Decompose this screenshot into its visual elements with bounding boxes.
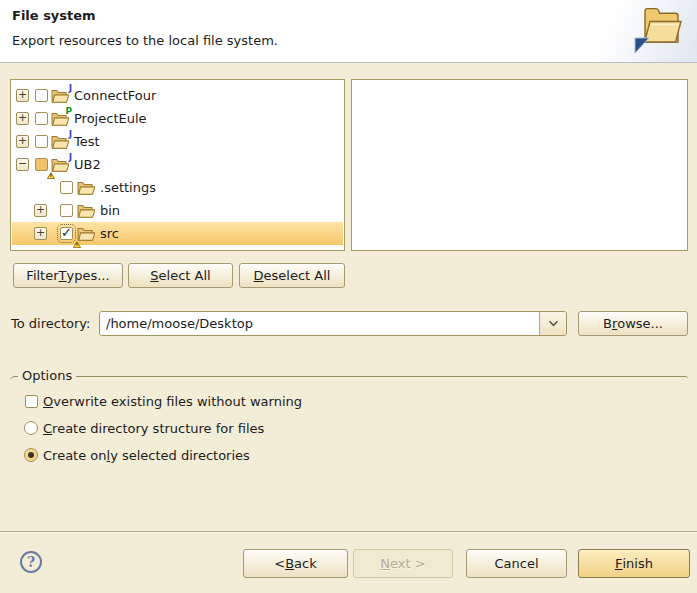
button-label: inish <box>623 556 653 571</box>
java-project-decorator: J <box>69 83 72 93</box>
button-label: T <box>59 268 67 283</box>
create-directory-structure-label[interactable]: Create directory structure for files <box>43 421 264 436</box>
page-title: File system <box>12 8 96 23</box>
expander-plus-icon[interactable]: + <box>16 89 29 102</box>
checkmark-icon: ✓ <box>61 225 72 240</box>
button-label: D <box>254 268 264 283</box>
tree-item-projecteule[interactable]: + P ProjectEule <box>12 107 343 130</box>
tree-item-label: ConnectFour <box>74 88 156 103</box>
dialog-header: File system Export resources to the loca… <box>0 0 697 63</box>
checkbox-test[interactable] <box>35 135 48 148</box>
file-list-panel[interactable] <box>351 79 688 251</box>
folder-open-icon <box>77 203 95 218</box>
directory-input[interactable] <box>100 312 539 335</box>
expander-plus-icon[interactable]: + <box>16 112 29 125</box>
button-label: S <box>150 268 158 283</box>
checkbox-src-checked[interactable]: ✓ <box>60 227 73 240</box>
checkbox-bin[interactable] <box>60 204 73 217</box>
button-label: B <box>603 316 612 331</box>
tree-item-bin[interactable]: + bin <box>12 199 343 222</box>
expander-plus-icon[interactable]: + <box>34 227 47 240</box>
folder-open-icon: J <box>51 157 69 172</box>
warning-overlay-icon <box>73 236 81 243</box>
button-label: elect All <box>159 268 211 283</box>
button-label: ypes... <box>67 268 110 283</box>
help-button[interactable]: ? <box>20 551 42 573</box>
warning-overlay-icon <box>47 167 55 174</box>
overwrite-checkbox[interactable] <box>25 395 38 408</box>
folder-open-icon: J <box>51 88 69 103</box>
browse-button[interactable]: Browse... <box>578 311 688 336</box>
to-directory-label: To directory: <box>11 316 90 331</box>
select-all-button[interactable]: Select All <box>128 263 233 288</box>
expander-plus-icon[interactable]: + <box>16 135 29 148</box>
button-label: owse... <box>617 316 663 331</box>
expander-plus-icon[interactable]: + <box>34 204 47 217</box>
java-project-decorator: J <box>69 129 72 139</box>
folder-open-icon <box>77 226 95 241</box>
tree-item-label: src <box>100 226 119 241</box>
finish-button[interactable]: Finish <box>578 549 690 578</box>
folder-open-icon: P <box>51 111 69 126</box>
export-folder-icon <box>631 4 687 60</box>
next-button: Next > <box>353 549 453 578</box>
combo-dropdown-button[interactable] <box>539 312 566 335</box>
tree-item-ub2[interactable]: − J UB2 <box>12 153 343 176</box>
help-icon: ? <box>27 554 35 570</box>
tree-item-settings[interactable]: .settings <box>12 176 343 199</box>
tree-item-label: Test <box>74 134 100 149</box>
page-subtitle: Export resources to the local file syste… <box>12 33 278 48</box>
button-label: ack <box>294 556 317 571</box>
button-label: eselect All <box>264 268 331 283</box>
button-label: N <box>380 556 390 571</box>
expander-minus-icon[interactable]: − <box>16 158 29 171</box>
create-only-selected-radio[interactable] <box>24 448 38 462</box>
back-button[interactable]: < Back <box>243 549 348 578</box>
checkbox-connectfour[interactable] <box>35 89 48 102</box>
project-decorator: P <box>65 106 72 116</box>
tree-item-connectfour[interactable]: + J ConnectFour <box>12 84 343 107</box>
options-group: Options Overwrite existing files without… <box>10 376 688 466</box>
cancel-button[interactable]: Cancel <box>466 549 567 578</box>
button-label: Cancel <box>494 556 538 571</box>
tree-item-src[interactable]: + ✓ src <box>12 222 343 245</box>
tree-item-label: ProjectEule <box>74 111 147 126</box>
tree-item-label: UB2 <box>74 157 101 172</box>
java-project-decorator: J <box>69 152 72 162</box>
filter-types-button[interactable]: Filter Types... <box>13 263 123 288</box>
button-label: Filter <box>26 268 58 283</box>
chevron-down-icon <box>548 320 559 327</box>
button-label: F <box>615 556 622 571</box>
checkbox-projecteule[interactable] <box>35 112 48 125</box>
create-directory-structure-radio[interactable] <box>24 421 38 435</box>
resource-tree: + J ConnectFour + P ProjectEule + J Test… <box>10 79 345 251</box>
button-label: ext > <box>390 556 426 571</box>
button-label: B <box>285 556 294 571</box>
button-label: < <box>274 556 285 571</box>
folder-open-icon: J <box>51 134 69 149</box>
checkbox-settings[interactable] <box>60 181 73 194</box>
directory-combo <box>99 311 567 336</box>
tree-item-test[interactable]: + J Test <box>12 130 343 153</box>
create-only-selected-label[interactable]: Create only selected directories <box>43 448 250 463</box>
footer-separator <box>0 531 697 533</box>
tree-item-label: .settings <box>100 180 156 195</box>
deselect-all-button[interactable]: Deselect All <box>239 263 345 288</box>
overwrite-label[interactable]: Overwrite existing files without warning <box>43 394 302 409</box>
tree-item-label: bin <box>100 203 120 218</box>
options-group-title: Options <box>18 368 76 383</box>
folder-open-icon <box>77 180 95 195</box>
